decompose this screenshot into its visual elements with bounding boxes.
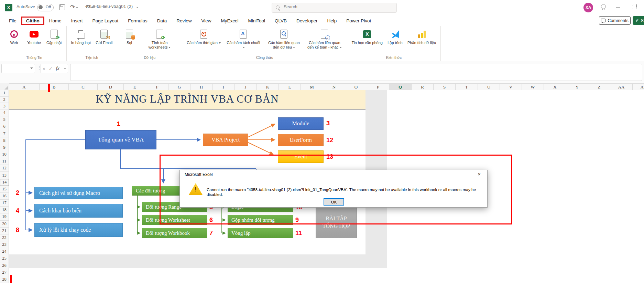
row-header-26[interactable]: 26 (0, 262, 9, 269)
row-header-27[interactable]: 27 (0, 269, 9, 276)
row-header-18[interactable]: 18 (0, 207, 9, 213)
row-header-8[interactable]: 8 (0, 137, 9, 144)
shape-variables[interactable]: Cách khai báo biến (34, 204, 123, 218)
row-header-21[interactable]: 21 (0, 228, 9, 234)
tab-data[interactable]: Data (152, 17, 172, 25)
insert-function-icon[interactable]: fx (56, 66, 59, 71)
row-header-13[interactable]: 13 (0, 172, 9, 179)
column-header-W[interactable]: W (522, 84, 544, 91)
shape-workbook[interactable]: Đối tượng Workbook (142, 228, 207, 238)
column-header-U[interactable]: U (478, 84, 500, 91)
row-header-9[interactable]: 9 (0, 144, 9, 151)
column-header-J[interactable]: J (234, 84, 257, 91)
row-header-25[interactable]: 25 (0, 255, 9, 262)
row-header-7[interactable]: 7 (0, 130, 9, 137)
column-header-O[interactable]: O (345, 84, 367, 91)
tab-gitiho[interactable]: Gitiho (21, 17, 44, 25)
redo-icon[interactable]: ↷ (70, 3, 78, 11)
tab-minitool[interactable]: MiniTool (243, 17, 270, 25)
ribbon-button-in-hàng-loạt[interactable]: In hàng loạt (69, 28, 93, 46)
shape-userform[interactable]: UserForm (278, 134, 324, 146)
row-header-4[interactable]: 4 (0, 109, 9, 116)
ribbon-button-các-hàm-liên-quan-đến-dữ-liệu[interactable]: Các hàm liên quan đến dữ liệu (264, 28, 304, 51)
autosave-toggle[interactable]: Off (37, 4, 54, 11)
name-box-caret-icon[interactable] (30, 67, 33, 69)
cancel-formula-icon[interactable]: × (43, 66, 45, 71)
tab-qlvb[interactable]: QLVB (270, 17, 292, 25)
column-header-Q[interactable]: Q (389, 84, 412, 91)
shape-module[interactable]: Module (278, 117, 324, 130)
tab-power-pivot[interactable]: Power Pivot (341, 17, 376, 25)
tab-help[interactable]: Help (323, 17, 342, 25)
select-all-corner[interactable] (0, 83, 9, 90)
ribbon-button-các-hàm-liên-quan-đến-kế-toán---khác[interactable]: iCác hàm liên quan đến kế toán - khác (305, 28, 344, 51)
row-header-17[interactable]: 17 (0, 200, 9, 207)
row-header-28[interactable]: 28 (0, 276, 9, 283)
tab-review[interactable]: Review (172, 17, 196, 25)
name-box[interactable] (1, 64, 35, 73)
row-header-16[interactable]: 16 (0, 193, 9, 200)
tab-home[interactable]: Home (44, 17, 66, 25)
column-header-C[interactable]: C (69, 84, 98, 91)
row-header-19[interactable]: 19 (0, 213, 9, 220)
column-header-A[interactable]: A (9, 84, 40, 91)
column-header-F[interactable]: F (146, 84, 168, 91)
lightbulb-icon[interactable] (601, 4, 606, 9)
avatar[interactable]: XA (583, 3, 593, 12)
shape-vba-project[interactable]: VBA Project (203, 134, 248, 146)
share-button[interactable]: ↱ Share (633, 16, 644, 25)
search-input[interactable] (283, 4, 388, 10)
comments-button[interactable]: Comments (599, 16, 631, 25)
ribbon-button-lập-trình[interactable]: Lập trình (386, 28, 404, 46)
column-header-H[interactable]: H (190, 84, 212, 91)
save-icon[interactable] (59, 4, 65, 10)
shape-loop[interactable]: Vòng lặp (228, 228, 293, 238)
tab-insert[interactable]: Insert (66, 17, 88, 25)
row-header-11[interactable]: 11 (0, 158, 9, 165)
row-header-1[interactable]: 1 (0, 90, 9, 97)
restore-icon[interactable] (632, 5, 636, 9)
ribbon-button-sql[interactable]: Sql (120, 28, 139, 46)
formula-bar-caret-icon[interactable] (64, 68, 66, 69)
column-header-K[interactable]: K (257, 84, 279, 91)
column-header-T[interactable]: T (456, 84, 478, 91)
column-header-D[interactable]: D (98, 84, 124, 91)
ribbon-button-tính-toán-worksheets[interactable]: ⟳Tính toán worksheets (140, 28, 179, 51)
row-header-24[interactable]: 24 (0, 248, 9, 255)
ribbon-button-các-hàm-thời-gian[interactable]: Các hàm thời gian (185, 28, 222, 46)
enter-formula-icon[interactable]: ✓ (49, 66, 53, 71)
excel-app-icon[interactable]: X (5, 4, 12, 11)
row-header-20[interactable]: 20 (0, 221, 9, 228)
formula-input[interactable] (70, 64, 642, 81)
ribbon-button-youtube[interactable]: ▶Youtube (25, 28, 43, 46)
workbook-title[interactable]: 4358-tai-lieu-vbag01 (2)⌄ (85, 4, 139, 9)
column-header-AB[interactable]: AB (633, 84, 644, 91)
tab-formulas[interactable]: Formulas (123, 17, 152, 25)
search-box[interactable] (272, 3, 397, 13)
row-header-6[interactable]: 6 (0, 123, 9, 130)
column-header-P[interactable]: P (367, 84, 389, 91)
shape-overview-vba[interactable]: Tổng quan về VBA (85, 130, 156, 149)
shape-errors[interactable]: Xử lý lỗi khi chạy code (34, 223, 123, 237)
column-header-R[interactable]: R (412, 84, 434, 91)
row-header-5[interactable]: 5 (0, 116, 9, 123)
dialog-close-icon[interactable]: × (476, 171, 483, 177)
row-header-2[interactable]: 2 (0, 97, 9, 103)
shape-macro[interactable]: Cách ghi và sử dụng Macro (34, 187, 123, 199)
row-header-14[interactable]: 14 (0, 179, 9, 186)
tab-view[interactable]: View (196, 17, 216, 25)
ribbon-button-tin-học-văn-phòng[interactable]: XTin học văn phòng (350, 28, 384, 46)
column-header-S[interactable]: S (434, 84, 456, 91)
column-header-E[interactable]: E (124, 84, 146, 91)
column-header-Z[interactable]: Z (588, 84, 610, 91)
column-header-AA[interactable]: AA (610, 84, 633, 91)
column-header-B[interactable]: B (40, 84, 69, 91)
tab-developer[interactable]: Developer (292, 17, 323, 25)
tab-page-layout[interactable]: Page Layout (88, 17, 123, 25)
tab-myexcel[interactable]: MyExcel (216, 17, 243, 25)
ribbon-button-các-hàm-tách-chuỗi[interactable]: ACác hàm tách chuỗi (224, 28, 263, 51)
ok-button[interactable]: OK (324, 198, 344, 206)
minimize-icon[interactable] (616, 7, 620, 8)
row-header-3[interactable]: 3 (0, 103, 9, 109)
ribbon-button-web[interactable]: gWeb (5, 28, 23, 46)
